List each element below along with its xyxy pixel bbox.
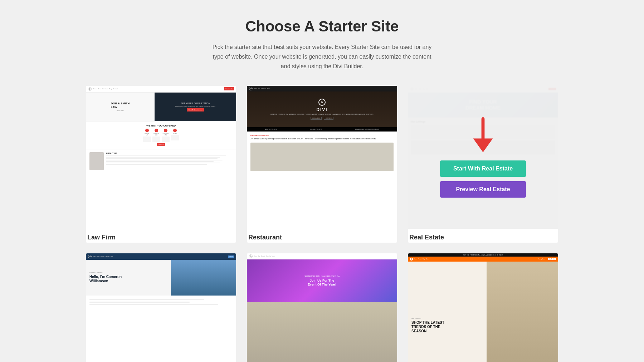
law-firm-label: Law Firm xyxy=(86,229,236,243)
restaurant-label: Restaurant xyxy=(247,229,397,243)
card-event: D Home Blog Contact Shop Buy Tickets xyxy=(247,253,397,362)
card-real-estate: D Home About Blog Shop Contact Us FIND Y… xyxy=(408,86,558,243)
event-preview: D Home Blog Contact Shop Buy Tickets xyxy=(247,253,397,362)
start-real-estate-button[interactable]: Start With Real Estate xyxy=(440,160,526,177)
cards-row-2: D Home About Projects Resume Blog Hire M… xyxy=(86,253,558,362)
svg-marker-1 xyxy=(473,138,493,152)
preview-real-estate-button[interactable]: Preview Real Estate xyxy=(440,181,526,198)
page-wrapper: Choose A Starter Site Pick the starter s… xyxy=(72,0,572,362)
fashion-thumbnail[interactable]: FOR THE FIRST TIME ALL YEAR, ALL ORDERS … xyxy=(408,253,558,362)
card-law-firm: D Home About Services Blog Contact Conta… xyxy=(86,86,236,243)
fashion-preview: FOR THE FIRST TIME ALL YEAR, ALL ORDERS … xyxy=(408,253,558,362)
card-fashion: FOR THE FIRST TIME ALL YEAR, ALL ORDERS … xyxy=(408,253,558,362)
law-firm-thumbnail[interactable]: D Home About Services Blog Contact Conta… xyxy=(86,86,236,229)
law-firm-preview: D Home About Services Blog Contact Conta… xyxy=(86,86,236,229)
card-restaurant: D Home Info Restaurant Menu D DIVI xyxy=(247,86,397,243)
event-thumbnail[interactable]: D Home Blog Contact Shop Buy Tickets xyxy=(247,253,397,362)
page-title: Choose A Starter Site xyxy=(86,18,558,35)
restaurant-thumbnail[interactable]: D Home Info Restaurant Menu D DIVI xyxy=(247,86,397,229)
page-subtitle: Pick the starter site that best suits yo… xyxy=(211,42,433,71)
personal-thumbnail[interactable]: D Home About Projects Resume Blog Hire M… xyxy=(86,253,236,362)
real-estate-thumbnail: D Home About Blog Shop Contact Us FIND Y… xyxy=(408,86,558,229)
restaurant-preview: D Home Info Restaurant Menu D DIVI xyxy=(247,86,397,229)
arrow-down-icon xyxy=(470,117,496,156)
real-estate-overlay: Start With Real Estate Preview Real Esta… xyxy=(408,86,558,229)
cards-row-1: D Home About Services Blog Contact Conta… xyxy=(86,86,558,243)
card-personal: D Home About Projects Resume Blog Hire M… xyxy=(86,253,236,362)
page-header: Choose A Starter Site Pick the starter s… xyxy=(86,18,558,71)
real-estate-label: Real Estate xyxy=(408,229,558,243)
personal-preview: D Home About Projects Resume Blog Hire M… xyxy=(86,253,236,362)
